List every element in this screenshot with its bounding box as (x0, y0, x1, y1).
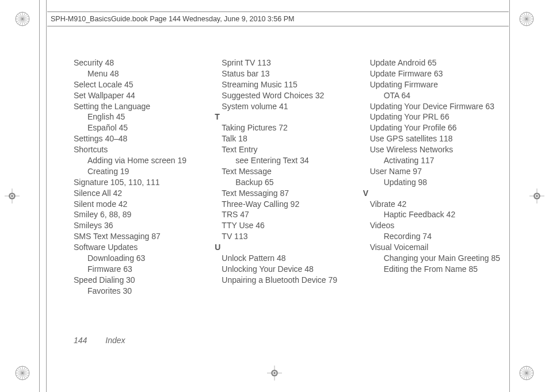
index-entry: Update Android 65 (370, 57, 501, 68)
index-entry: Menu 48 (74, 68, 204, 79)
index-entry: V (363, 188, 501, 199)
svg-line-17 (520, 16, 533, 22)
index-entry: Español 45 (74, 122, 204, 133)
index-entry: Streaming Music 115 (222, 79, 352, 90)
svg-line-3 (18, 14, 28, 24)
index-entry: Three-Way Calling 92 (222, 199, 352, 210)
index-entry: Updating Your Profile 66 (370, 122, 501, 133)
index-entry: Adding via Home screen 19 (74, 155, 204, 166)
index-entry: see Entering Text 34 (222, 155, 352, 166)
svg-line-4 (18, 14, 28, 24)
index-entry: Creating 19 (74, 166, 204, 177)
index-entry: Smiley 6, 88, 89 (74, 209, 204, 220)
svg-line-5 (20, 13, 25, 25)
index-entry: Firmware 63 (74, 264, 204, 275)
index-entry: System volume 41 (222, 101, 352, 112)
index-entry: Text Messaging 87 (222, 188, 352, 199)
svg-point-27 (520, 366, 533, 380)
index-entry: Settings 40–48 (74, 133, 204, 144)
index-entry: Favorites 30 (74, 286, 204, 297)
index-entry: U (215, 242, 352, 253)
svg-point-55 (536, 195, 538, 197)
svg-line-31 (522, 368, 532, 378)
svg-line-24 (20, 367, 25, 379)
index-entry: TV 113 (222, 231, 352, 242)
svg-line-6 (20, 13, 25, 25)
index-entry: Activating 117 (370, 155, 501, 166)
index-entry: Status bar 13 (222, 68, 352, 79)
index-entry: Use GPS satellites 118 (370, 133, 501, 144)
index-entry: OTA 64 (370, 90, 501, 101)
index-entry: Haptic Feedback 42 (370, 209, 501, 220)
index-entry: TRS 47 (222, 209, 352, 220)
index-entry: Use Wireless Networks (370, 144, 501, 155)
svg-line-25 (16, 370, 29, 376)
index-entry: Unpairing a Bluetooth Device 79 (222, 275, 352, 286)
svg-point-18 (16, 366, 29, 380)
svg-line-14 (524, 13, 529, 25)
index-entry: User Name 97 (370, 166, 501, 177)
index-entry: Silence All 42 (74, 188, 204, 199)
svg-point-44 (273, 371, 277, 375)
svg-point-49 (10, 194, 14, 198)
index-entry: Downloading 63 (74, 253, 204, 264)
svg-line-15 (524, 13, 529, 25)
corner-ornament-bottom-right (517, 363, 536, 383)
index-entry: Speed Dialing 30 (74, 275, 204, 286)
index-entry: T (215, 112, 352, 122)
svg-point-50 (11, 195, 13, 197)
crop-guide-left-outer (39, 0, 40, 392)
svg-point-45 (273, 372, 276, 374)
svg-line-26 (16, 370, 29, 376)
registration-mark-bottom (267, 366, 282, 381)
index-column-2: Sprint TV 113Status bar 13Streaming Musi… (222, 57, 352, 346)
page-footer: 144 Index (74, 335, 125, 346)
index-entry: Updating Your Device Firmware 63 (370, 101, 501, 112)
corner-ornament-bottom-left (13, 363, 32, 383)
registration-mark-right (529, 189, 544, 203)
index-entry: Software Updates (74, 242, 204, 253)
svg-line-13 (522, 14, 532, 24)
svg-line-35 (520, 370, 533, 376)
corner-ornament-top-left (13, 9, 32, 29)
svg-point-9 (520, 12, 533, 26)
index-entry: Backup 65 (222, 177, 352, 188)
index-entry: TTY Use 46 (222, 220, 352, 231)
index-entry: Suggested Word Choices 32 (222, 90, 352, 101)
index-entry: Silent mode 42 (74, 199, 204, 210)
index-entry: Unlock Pattern 48 (222, 253, 352, 264)
svg-point-54 (535, 194, 539, 198)
svg-line-12 (522, 14, 532, 24)
index-entry: Smileys 36 (74, 220, 204, 231)
index-entry: English 45 (74, 112, 204, 122)
index-entry: Videos (370, 220, 501, 231)
index-entry: Setting the Language (74, 101, 204, 112)
index-entry: Security 48 (74, 57, 204, 68)
page-number: 144 (74, 336, 87, 345)
index-entry: Text Message (222, 166, 352, 177)
index-body: Security 48Menu 48Select Locale 45Set Wa… (74, 57, 501, 346)
index-entry: Talk 18 (222, 133, 352, 144)
print-header-text: SPH-M910_BasicsGuide.book Page 144 Wedne… (51, 14, 294, 24)
print-header: SPH-M910_BasicsGuide.book Page 144 Wedne… (47, 11, 509, 26)
index-entry: Set Wallpaper 44 (74, 90, 204, 101)
index-column-1: Security 48Menu 48Select Locale 45Set Wa… (74, 57, 204, 346)
index-entry: Updating 98 (370, 177, 501, 188)
svg-line-22 (18, 368, 28, 378)
svg-line-21 (18, 368, 28, 378)
index-entry: Unlocking Your Device 48 (222, 264, 352, 275)
svg-line-30 (522, 368, 532, 378)
index-entry: Updating Firmware (370, 79, 501, 90)
svg-line-23 (20, 367, 25, 379)
svg-line-8 (16, 16, 29, 22)
index-entry: Shortcuts (74, 144, 204, 155)
svg-line-34 (520, 370, 533, 376)
svg-line-33 (524, 367, 529, 379)
crop-guide-left-inner (46, 0, 47, 392)
index-entry: Changing your Main Greeting 85 (370, 253, 501, 264)
svg-line-16 (520, 16, 533, 22)
svg-point-0 (16, 12, 29, 26)
crop-guide-right (509, 0, 510, 392)
index-entry: Signature 105, 110, 111 (74, 177, 204, 188)
index-entry: Vibrate 42 (370, 199, 501, 210)
